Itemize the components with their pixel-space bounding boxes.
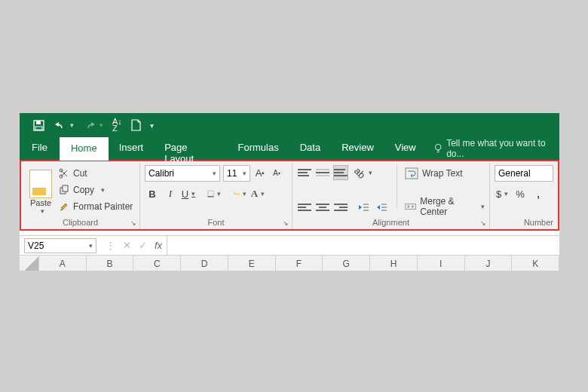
bold-button[interactable]: B (145, 186, 160, 201)
grow-font-button[interactable]: A▴ (253, 165, 267, 180)
group-alignment: ab▾ Wrap Text Merge & Center (292, 163, 490, 229)
column-header[interactable]: C (133, 256, 181, 271)
name-box[interactable]: V25▾ (24, 238, 96, 253)
column-header[interactable]: I (418, 256, 465, 271)
tab-formulas[interactable]: Formulas (228, 137, 289, 160)
dialog-launcher-icon[interactable]: ↘ (480, 218, 486, 228)
namebox-separator: ⋮ (106, 240, 115, 251)
align-middle-button[interactable] (315, 165, 330, 180)
paste-button[interactable]: Paste ▾ (26, 165, 56, 215)
redo-icon[interactable]: ▾ (83, 120, 103, 130)
alignment-group-label: Alignment↘ (292, 217, 489, 229)
italic-button[interactable]: I (163, 186, 178, 201)
group-number: General $▾ % , Number (490, 163, 558, 229)
column-header[interactable]: G (323, 256, 370, 271)
column-header[interactable]: H (370, 256, 418, 271)
scissors-icon (59, 168, 69, 179)
column-headers: A B C D E F G H I J K (20, 255, 559, 271)
column-header[interactable]: E (228, 256, 276, 271)
column-header[interactable]: D (181, 256, 228, 271)
column-header[interactable]: J (465, 256, 513, 271)
format-painter-label: Format Painter (73, 201, 133, 212)
merge-center-label: Merge & Center (420, 196, 474, 217)
tab-page-layout[interactable]: Page Layout (154, 137, 227, 160)
undo-icon[interactable]: ▾ (54, 120, 74, 130)
column-header[interactable]: A (39, 256, 87, 271)
font-group-label: Font↘ (140, 217, 292, 229)
column-header[interactable]: B (87, 256, 134, 271)
align-center-button[interactable] (315, 200, 330, 215)
name-box-value: V25 (28, 240, 44, 251)
wrap-text-label: Wrap Text (422, 168, 463, 179)
select-all-corner[interactable] (20, 256, 39, 271)
paste-label: Paste (30, 198, 51, 207)
shrink-font-button[interactable]: A▾ (270, 165, 283, 180)
number-group-label: Number (490, 217, 558, 229)
tab-view[interactable]: View (384, 137, 427, 160)
column-header[interactable]: F (276, 256, 323, 271)
wrap-text-icon (405, 167, 418, 179)
cut-button[interactable]: Cut (59, 165, 133, 182)
customize-qat-icon[interactable]: ▾ (150, 121, 154, 130)
align-right-button[interactable] (333, 200, 348, 215)
ribbon-tabs: File Home Insert Page Layout Formulas Da… (20, 137, 559, 160)
cancel-formula-icon[interactable]: ✕ (123, 240, 131, 251)
underline-button[interactable]: U▾ (181, 186, 196, 201)
svg-rect-7 (63, 185, 68, 191)
excel-window: ▾ ▾ A↓Z ▾ File Home Insert Page Layout F… (20, 113, 559, 271)
svg-rect-10 (406, 168, 418, 179)
format-painter-button[interactable]: Format Painter (59, 198, 133, 215)
quick-access-toolbar: ▾ ▾ A↓Z ▾ (20, 113, 559, 137)
percent-button[interactable]: % (513, 186, 528, 201)
comma-style-button[interactable]: , (531, 186, 546, 201)
orientation-button[interactable]: ab▾ (356, 165, 371, 180)
borders-button[interactable]: ▾ (207, 186, 222, 201)
align-bottom-button[interactable] (333, 165, 348, 180)
column-header[interactable]: K (512, 256, 559, 271)
tab-home[interactable]: Home (60, 137, 109, 161)
ribbon-home: Paste ▾ Cut Copy ▾ Format Pain (20, 160, 559, 231)
tab-review[interactable]: Review (331, 137, 384, 160)
lightbulb-icon (434, 143, 442, 154)
font-name-value: Calibri (149, 168, 174, 179)
sort-icon[interactable]: A↓Z (112, 118, 122, 132)
tab-file[interactable]: File (20, 137, 60, 160)
tell-me-search[interactable]: Tell me what you want to do... (427, 137, 559, 160)
number-format-select[interactable]: General (495, 165, 553, 182)
merge-center-button[interactable]: Merge & Center ▾ (405, 198, 485, 215)
font-size-select[interactable]: 11▾ (223, 165, 250, 182)
tab-data[interactable]: Data (289, 137, 331, 160)
font-size-value: 11 (227, 168, 237, 179)
align-left-button[interactable] (297, 200, 312, 215)
tell-me-placeholder: Tell me what you want to do... (446, 138, 559, 159)
new-file-icon[interactable] (131, 119, 141, 131)
font-color-button[interactable]: A▾ (250, 186, 265, 201)
increase-indent-button[interactable] (374, 200, 389, 215)
number-format-value: General (498, 168, 531, 179)
copy-button[interactable]: Copy ▾ (59, 182, 133, 198)
formula-input[interactable] (167, 236, 559, 256)
clipboard-group-label: Clipboard↘ (21, 217, 139, 229)
currency-button[interactable]: $▾ (495, 186, 510, 201)
copy-label: Copy (73, 185, 94, 195)
copy-icon (59, 185, 69, 195)
formula-bar: V25▾ ⋮ ✕ ✓ fx (20, 235, 559, 255)
svg-rect-8 (208, 191, 214, 197)
tab-insert[interactable]: Insert (109, 137, 155, 160)
font-name-select[interactable]: Calibri▾ (145, 165, 220, 182)
save-icon[interactable] (33, 120, 44, 131)
fill-color-button[interactable]: ▾ (232, 186, 247, 201)
enter-formula-icon[interactable]: ✓ (139, 240, 147, 251)
group-font: Calibri▾ 11▾ A▴ A▾ B I U▾ ▾ ▾ A▾ Font↘ (140, 163, 292, 229)
svg-rect-1 (36, 121, 41, 124)
paste-icon (29, 170, 52, 198)
dialog-launcher-icon[interactable]: ↘ (130, 218, 136, 228)
group-clipboard: Paste ▾ Cut Copy ▾ Format Pain (21, 163, 140, 229)
wrap-text-button[interactable]: Wrap Text (405, 165, 485, 182)
svg-rect-2 (35, 127, 42, 130)
dialog-launcher-icon[interactable]: ↘ (283, 218, 289, 228)
fx-icon[interactable]: fx (155, 240, 162, 251)
align-top-button[interactable] (297, 165, 312, 180)
svg-rect-11 (406, 204, 416, 210)
decrease-indent-button[interactable] (356, 200, 371, 215)
